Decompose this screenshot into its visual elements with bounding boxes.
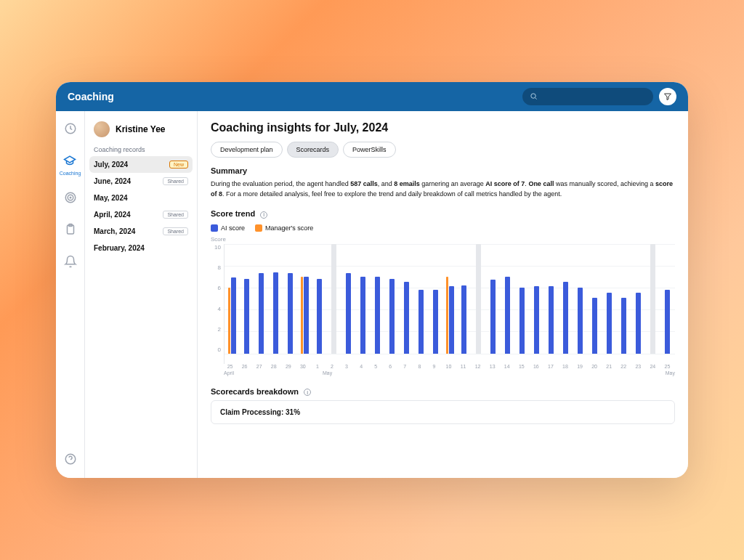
legend-ai: AI score [211,224,245,232]
badge: New [169,161,188,169]
badge: Shared [163,227,188,235]
record-item[interactable]: March, 2024Shared [85,223,197,240]
record-item[interactable]: April, 2024Shared [85,206,197,223]
main-panel: Coaching insights for July, 2024 Develop… [198,111,688,478]
user-row[interactable]: Kristine Yee [85,118,197,143]
svg-marker-2 [665,94,671,100]
bar-group[interactable] [255,244,267,354]
user-name: Kristine Yee [116,124,165,134]
bar-group[interactable] [342,244,355,354]
badge: Shared [163,177,188,185]
clock-icon [64,122,77,135]
info-icon[interactable]: i [260,211,267,219]
bar-group[interactable] [386,244,398,354]
y-axis: 1086420 [211,244,224,364]
bar-group[interactable] [559,244,572,354]
bar-group[interactable] [530,244,543,354]
summary-title: Summary [211,166,675,175]
help-icon [64,453,77,466]
record-item[interactable]: June, 2024Shared [85,173,197,190]
nav-rail: Coaching [56,111,85,478]
records-list: July, 2024NewJune, 2024SharedMay, 2024Ap… [85,156,197,256]
target-icon [64,191,77,204]
bar-group[interactable] [603,244,615,354]
month-row: April May May [211,370,675,376]
coaching-icon [63,154,76,167]
x-axis: 2526272829301234567891011121314151617181… [211,364,675,369]
bar-group[interactable] [647,244,659,354]
rail-target[interactable] [60,187,81,208]
bar-group[interactable] [429,244,442,354]
records-label: Coaching records [85,143,197,156]
swatch-blue [211,224,218,232]
bar-group[interactable] [574,244,586,354]
bar-group[interactable] [444,244,456,354]
svg-point-0 [531,93,535,97]
bar-group[interactable] [661,244,674,354]
bar-group[interactable] [299,244,311,354]
bar-group[interactable] [501,244,514,354]
bar-group[interactable] [516,244,528,354]
sidebar: Kristine Yee Coaching records July, 2024… [85,111,198,478]
y-axis-label: Score [211,236,675,243]
tab-development-plan[interactable]: Development plan [211,142,283,158]
tab-powerskills[interactable]: PowerSkills [343,142,396,158]
legend-manager: Manager's score [255,224,313,232]
bar-group[interactable] [270,244,282,354]
svg-line-1 [535,97,537,99]
bar-group[interactable] [328,244,340,354]
bar-group[interactable] [400,244,413,354]
page-title: Coaching insights for July, 2024 [211,121,675,134]
topbar: Coaching [56,82,688,111]
avatar [94,121,110,137]
rail-clipboard[interactable] [60,219,81,240]
bar-group[interactable] [472,244,485,354]
search-icon [530,92,538,102]
rail-coaching[interactable]: Coaching [60,150,81,176]
tabs: Development planScorecardsPowerSkills [211,142,675,158]
bar-group[interactable] [632,244,644,354]
bar-group[interactable] [545,244,557,354]
bar-group[interactable] [357,244,369,354]
chart: Score 1086420 25262728293012345678910111… [211,236,675,376]
breakdown-card[interactable]: Claim Processing: 31% [211,400,675,424]
bar-group[interactable] [313,244,326,354]
bar-group[interactable] [284,244,296,354]
record-item[interactable]: July, 2024New [89,156,193,173]
rail-help[interactable] [60,449,81,469]
filter-icon [663,92,672,101]
app-window: Coaching Coaching [56,82,688,478]
bar-group[interactable] [458,244,471,354]
record-item[interactable]: May, 2024 [85,190,197,206]
filter-button[interactable] [659,88,676,105]
swatch-orange [255,224,262,232]
bar-group[interactable] [226,244,238,354]
plot-area [224,244,675,364]
app-title: Coaching [68,91,114,102]
rail-bell[interactable] [60,251,81,272]
bar-group[interactable] [240,244,253,354]
summary-text: During the evaluation period, the agent … [211,179,675,199]
breakdown-title: Scorecards breakdown i [211,387,675,397]
search-input[interactable] [522,88,653,105]
bell-icon [64,255,77,268]
svg-point-6 [70,197,71,198]
bar-group[interactable] [589,244,601,354]
score-trend-title: Score trend i [211,209,675,219]
info-icon[interactable]: i [304,389,311,396]
bars [225,244,675,354]
body: Coaching Kristine Yee Coaching records J… [56,111,688,478]
rail-clock[interactable] [60,118,81,139]
clipboard-icon [64,223,77,236]
bar-group[interactable] [487,244,499,354]
bar-group[interactable] [415,244,427,354]
tab-scorecards[interactable]: Scorecards [287,142,339,158]
chart-legend: AI score Manager's score [211,224,675,232]
bar-group[interactable] [371,244,384,354]
badge: Shared [163,211,188,219]
record-item[interactable]: February, 2024 [85,240,197,256]
bar-group[interactable] [618,244,630,354]
